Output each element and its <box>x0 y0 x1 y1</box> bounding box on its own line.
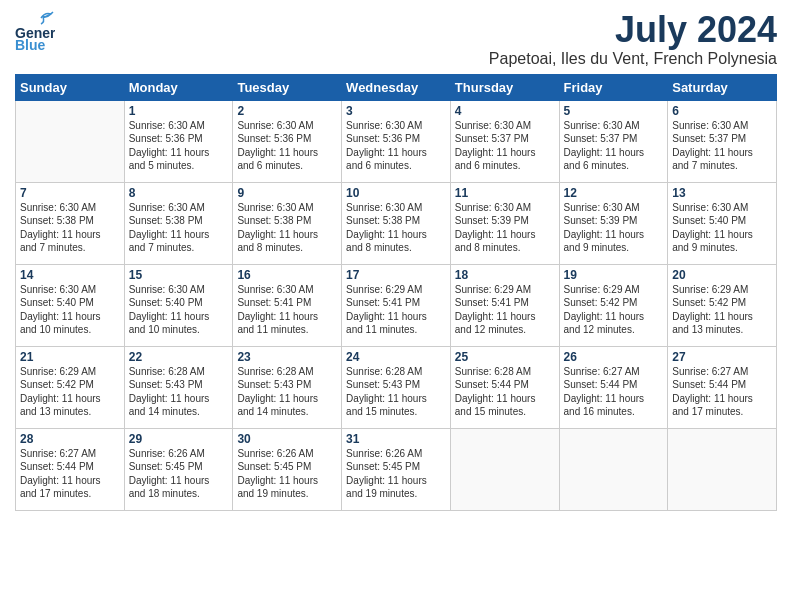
title-block: July 2024 Papetoai, Iles du Vent, French… <box>489 10 777 68</box>
day-number: 12 <box>564 186 664 200</box>
day-info: Sunrise: 6:30 AM Sunset: 5:38 PM Dayligh… <box>129 201 229 255</box>
sunrise-text: Sunrise: 6:28 AM <box>346 366 422 377</box>
col-saturday: Saturday <box>668 74 777 100</box>
col-tuesday: Tuesday <box>233 74 342 100</box>
sunrise-text: Sunrise: 6:30 AM <box>237 120 313 131</box>
calendar-cell: 9 Sunrise: 6:30 AM Sunset: 5:38 PM Dayli… <box>233 182 342 264</box>
daylight-text: Daylight: 11 hours and 17 minutes. <box>20 475 101 500</box>
daylight-text: Daylight: 11 hours and 6 minutes. <box>346 147 427 172</box>
sunset-text: Sunset: 5:37 PM <box>455 133 529 144</box>
calendar-cell: 4 Sunrise: 6:30 AM Sunset: 5:37 PM Dayli… <box>450 100 559 182</box>
day-info: Sunrise: 6:30 AM Sunset: 5:37 PM Dayligh… <box>455 119 555 173</box>
sunset-text: Sunset: 5:44 PM <box>672 379 746 390</box>
calendar-cell <box>668 428 777 510</box>
calendar-cell: 31 Sunrise: 6:26 AM Sunset: 5:45 PM Dayl… <box>342 428 451 510</box>
day-info: Sunrise: 6:30 AM Sunset: 5:37 PM Dayligh… <box>564 119 664 173</box>
day-info: Sunrise: 6:28 AM Sunset: 5:43 PM Dayligh… <box>237 365 337 419</box>
sunrise-text: Sunrise: 6:26 AM <box>346 448 422 459</box>
day-number: 1 <box>129 104 229 118</box>
day-number: 7 <box>20 186 120 200</box>
calendar-cell: 7 Sunrise: 6:30 AM Sunset: 5:38 PM Dayli… <box>16 182 125 264</box>
daylight-text: Daylight: 11 hours and 14 minutes. <box>237 393 318 418</box>
calendar-cell: 5 Sunrise: 6:30 AM Sunset: 5:37 PM Dayli… <box>559 100 668 182</box>
day-number: 13 <box>672 186 772 200</box>
day-number: 17 <box>346 268 446 282</box>
sunset-text: Sunset: 5:42 PM <box>672 297 746 308</box>
daylight-text: Daylight: 11 hours and 6 minutes. <box>564 147 645 172</box>
day-number: 27 <box>672 350 772 364</box>
day-info: Sunrise: 6:27 AM Sunset: 5:44 PM Dayligh… <box>20 447 120 501</box>
daylight-text: Daylight: 11 hours and 9 minutes. <box>564 229 645 254</box>
day-info: Sunrise: 6:28 AM Sunset: 5:43 PM Dayligh… <box>129 365 229 419</box>
col-wednesday: Wednesday <box>342 74 451 100</box>
sunrise-text: Sunrise: 6:27 AM <box>20 448 96 459</box>
calendar-cell: 11 Sunrise: 6:30 AM Sunset: 5:39 PM Dayl… <box>450 182 559 264</box>
sunrise-text: Sunrise: 6:26 AM <box>129 448 205 459</box>
calendar-cell: 19 Sunrise: 6:29 AM Sunset: 5:42 PM Dayl… <box>559 264 668 346</box>
calendar-cell <box>559 428 668 510</box>
sunset-text: Sunset: 5:41 PM <box>237 297 311 308</box>
sunset-text: Sunset: 5:38 PM <box>129 215 203 226</box>
day-number: 14 <box>20 268 120 282</box>
day-number: 22 <box>129 350 229 364</box>
col-thursday: Thursday <box>450 74 559 100</box>
sunset-text: Sunset: 5:37 PM <box>564 133 638 144</box>
daylight-text: Daylight: 11 hours and 14 minutes. <box>129 393 210 418</box>
sunrise-text: Sunrise: 6:30 AM <box>237 202 313 213</box>
day-number: 8 <box>129 186 229 200</box>
sunrise-text: Sunrise: 6:29 AM <box>455 284 531 295</box>
calendar-cell: 6 Sunrise: 6:30 AM Sunset: 5:37 PM Dayli… <box>668 100 777 182</box>
sunrise-text: Sunrise: 6:30 AM <box>455 202 531 213</box>
daylight-text: Daylight: 11 hours and 7 minutes. <box>672 147 753 172</box>
sunrise-text: Sunrise: 6:30 AM <box>346 202 422 213</box>
day-info: Sunrise: 6:30 AM Sunset: 5:36 PM Dayligh… <box>346 119 446 173</box>
calendar-cell: 13 Sunrise: 6:30 AM Sunset: 5:40 PM Dayl… <box>668 182 777 264</box>
day-number: 2 <box>237 104 337 118</box>
sunset-text: Sunset: 5:44 PM <box>564 379 638 390</box>
calendar-cell: 25 Sunrise: 6:28 AM Sunset: 5:44 PM Dayl… <box>450 346 559 428</box>
sunset-text: Sunset: 5:40 PM <box>672 215 746 226</box>
daylight-text: Daylight: 11 hours and 10 minutes. <box>20 311 101 336</box>
day-info: Sunrise: 6:30 AM Sunset: 5:38 PM Dayligh… <box>20 201 120 255</box>
day-info: Sunrise: 6:26 AM Sunset: 5:45 PM Dayligh… <box>346 447 446 501</box>
day-number: 26 <box>564 350 664 364</box>
sunrise-text: Sunrise: 6:30 AM <box>129 284 205 295</box>
sunrise-text: Sunrise: 6:30 AM <box>564 202 640 213</box>
location-title: Papetoai, Iles du Vent, French Polynesia <box>489 50 777 68</box>
day-number: 11 <box>455 186 555 200</box>
col-sunday: Sunday <box>16 74 125 100</box>
daylight-text: Daylight: 11 hours and 12 minutes. <box>455 311 536 336</box>
day-info: Sunrise: 6:27 AM Sunset: 5:44 PM Dayligh… <box>672 365 772 419</box>
sunrise-text: Sunrise: 6:29 AM <box>20 366 96 377</box>
daylight-text: Daylight: 11 hours and 11 minutes. <box>237 311 318 336</box>
daylight-text: Daylight: 11 hours and 8 minutes. <box>237 229 318 254</box>
calendar-cell: 27 Sunrise: 6:27 AM Sunset: 5:44 PM Dayl… <box>668 346 777 428</box>
calendar-cell: 24 Sunrise: 6:28 AM Sunset: 5:43 PM Dayl… <box>342 346 451 428</box>
day-number: 10 <box>346 186 446 200</box>
sunrise-text: Sunrise: 6:30 AM <box>564 120 640 131</box>
daylight-text: Daylight: 11 hours and 13 minutes. <box>20 393 101 418</box>
sunrise-text: Sunrise: 6:29 AM <box>564 284 640 295</box>
day-info: Sunrise: 6:29 AM Sunset: 5:41 PM Dayligh… <box>455 283 555 337</box>
day-info: Sunrise: 6:30 AM Sunset: 5:36 PM Dayligh… <box>237 119 337 173</box>
sunrise-text: Sunrise: 6:27 AM <box>564 366 640 377</box>
sunrise-text: Sunrise: 6:27 AM <box>672 366 748 377</box>
day-info: Sunrise: 6:30 AM Sunset: 5:40 PM Dayligh… <box>129 283 229 337</box>
sunrise-text: Sunrise: 6:29 AM <box>672 284 748 295</box>
daylight-text: Daylight: 11 hours and 9 minutes. <box>672 229 753 254</box>
sunset-text: Sunset: 5:37 PM <box>672 133 746 144</box>
calendar-cell: 29 Sunrise: 6:26 AM Sunset: 5:45 PM Dayl… <box>124 428 233 510</box>
day-number: 23 <box>237 350 337 364</box>
sunset-text: Sunset: 5:43 PM <box>237 379 311 390</box>
day-info: Sunrise: 6:30 AM Sunset: 5:41 PM Dayligh… <box>237 283 337 337</box>
calendar-cell: 17 Sunrise: 6:29 AM Sunset: 5:41 PM Dayl… <box>342 264 451 346</box>
sunset-text: Sunset: 5:36 PM <box>346 133 420 144</box>
calendar-cell: 21 Sunrise: 6:29 AM Sunset: 5:42 PM Dayl… <box>16 346 125 428</box>
calendar-cell: 3 Sunrise: 6:30 AM Sunset: 5:36 PM Dayli… <box>342 100 451 182</box>
sunrise-text: Sunrise: 6:30 AM <box>455 120 531 131</box>
calendar-header-row: Sunday Monday Tuesday Wednesday Thursday… <box>16 74 777 100</box>
daylight-text: Daylight: 11 hours and 16 minutes. <box>564 393 645 418</box>
sunset-text: Sunset: 5:42 PM <box>564 297 638 308</box>
page-container: General Blue July 2024 Papetoai, Iles du… <box>0 0 792 612</box>
day-info: Sunrise: 6:28 AM Sunset: 5:44 PM Dayligh… <box>455 365 555 419</box>
